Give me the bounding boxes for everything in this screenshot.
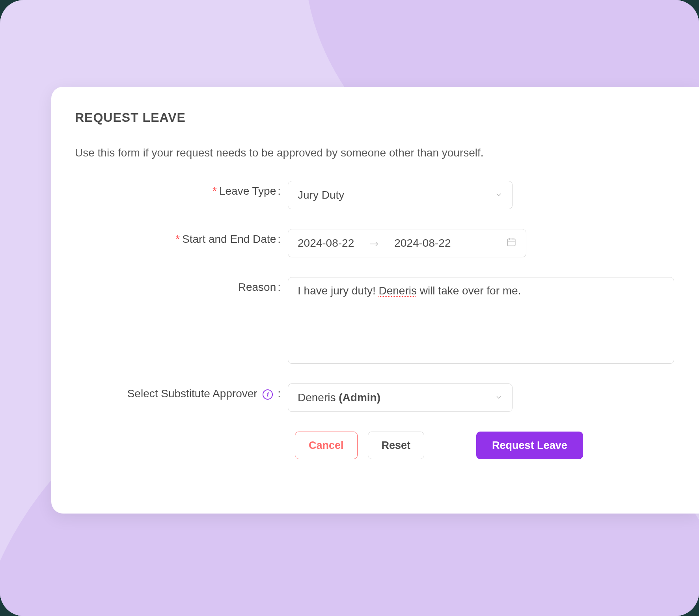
leave-type-select[interactable]: Jury Duty	[288, 181, 513, 209]
required-indicator: *	[175, 233, 180, 245]
calendar-icon	[506, 237, 516, 250]
approver-label: Select Substitute Approver i :	[127, 387, 281, 400]
spellcheck-word: Deneris	[378, 285, 416, 297]
date-range-label: *Start and End Date:	[175, 233, 281, 245]
form-title: REQUEST LEAVE	[75, 110, 675, 125]
approver-select[interactable]: Deneris (Admin)	[288, 383, 513, 412]
reset-button[interactable]: Reset	[368, 432, 425, 459]
cancel-button[interactable]: Cancel	[295, 432, 358, 459]
start-date-value: 2024-08-22	[298, 237, 354, 249]
leave-type-value: Jury Duty	[298, 189, 344, 201]
date-range-picker[interactable]: 2024-08-22 2024-08-22	[288, 229, 526, 257]
reason-textarea[interactable]: I have jury duty! Deneris will take over…	[288, 277, 674, 364]
chevron-down-icon	[495, 391, 503, 404]
approver-value: Deneris (Admin)	[298, 391, 380, 404]
request-leave-form: REQUEST LEAVE Use this form if your requ…	[51, 87, 699, 514]
info-icon[interactable]: i	[263, 389, 273, 400]
arrow-right-icon	[370, 237, 378, 249]
end-date-value: 2024-08-22	[394, 237, 451, 249]
svg-rect-1	[507, 239, 515, 246]
leave-type-label: *Leave Type:	[212, 185, 281, 197]
request-leave-button[interactable]: Request Leave	[476, 432, 583, 459]
required-indicator: *	[212, 185, 217, 197]
reason-label: Reason:	[238, 281, 281, 293]
form-description: Use this form if your request needs to b…	[75, 147, 675, 159]
chevron-down-icon	[495, 189, 503, 201]
